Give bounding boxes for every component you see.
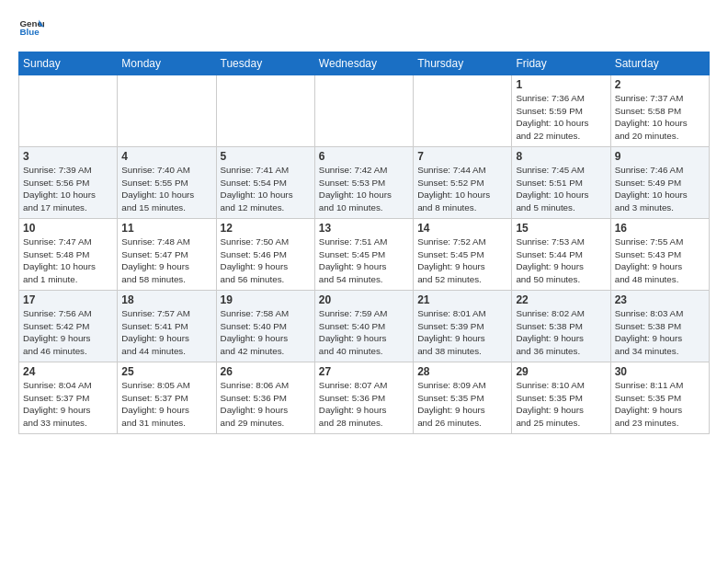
day-info: Sunrise: 7:56 AM Sunset: 5:42 PM Dayligh… <box>23 307 113 358</box>
calendar-cell: 1Sunrise: 7:36 AM Sunset: 5:59 PM Daylig… <box>512 75 610 147</box>
calendar-cell: 27Sunrise: 8:07 AM Sunset: 5:36 PM Dayli… <box>314 362 413 434</box>
calendar-cell: 6Sunrise: 7:42 AM Sunset: 5:53 PM Daylig… <box>314 147 413 219</box>
calendar-cell: 2Sunrise: 7:37 AM Sunset: 5:58 PM Daylig… <box>610 75 709 147</box>
day-info: Sunrise: 7:42 AM Sunset: 5:53 PM Dayligh… <box>319 164 409 214</box>
day-info: Sunrise: 7:39 AM Sunset: 5:56 PM Dayligh… <box>23 164 113 214</box>
day-info: Sunrise: 8:07 AM Sunset: 5:36 PM Dayligh… <box>319 379 409 430</box>
page: General Blue SundayMondayTuesdayWednesda… <box>0 0 728 443</box>
calendar-cell: 22Sunrise: 8:02 AM Sunset: 5:38 PM Dayli… <box>512 291 610 362</box>
day-info: Sunrise: 7:36 AM Sunset: 5:59 PM Dayligh… <box>516 92 606 143</box>
weekday-header: Tuesday <box>216 52 314 75</box>
day-number: 12 <box>221 222 311 235</box>
day-info: Sunrise: 7:50 AM Sunset: 5:46 PM Dayligh… <box>221 236 311 286</box>
day-number: 24 <box>23 365 113 378</box>
day-info: Sunrise: 7:55 AM Sunset: 5:43 PM Dayligh… <box>615 236 705 286</box>
day-number: 17 <box>23 293 113 306</box>
day-info: Sunrise: 8:05 AM Sunset: 5:37 PM Dayligh… <box>121 379 211 430</box>
calendar-cell: 9Sunrise: 7:46 AM Sunset: 5:49 PM Daylig… <box>610 147 709 219</box>
header: General Blue <box>18 15 710 40</box>
calendar-cell: 13Sunrise: 7:51 AM Sunset: 5:45 PM Dayli… <box>314 219 413 291</box>
day-info: Sunrise: 8:01 AM Sunset: 5:39 PM Dayligh… <box>417 307 507 358</box>
day-info: Sunrise: 8:02 AM Sunset: 5:38 PM Dayligh… <box>516 307 606 358</box>
day-info: Sunrise: 7:47 AM Sunset: 5:48 PM Dayligh… <box>23 236 113 286</box>
calendar-cell: 5Sunrise: 7:41 AM Sunset: 5:54 PM Daylig… <box>216 147 314 219</box>
calendar-cell: 11Sunrise: 7:48 AM Sunset: 5:47 PM Dayli… <box>118 219 216 291</box>
logo-icon: General Blue <box>18 15 44 40</box>
day-number: 28 <box>417 365 507 378</box>
day-info: Sunrise: 8:03 AM Sunset: 5:38 PM Dayligh… <box>615 307 705 358</box>
weekday-header: Friday <box>512 52 610 75</box>
calendar-cell <box>414 75 512 147</box>
day-number: 22 <box>516 293 606 306</box>
calendar-cell: 28Sunrise: 8:09 AM Sunset: 5:35 PM Dayli… <box>414 362 512 434</box>
day-number: 7 <box>417 150 507 163</box>
weekday-header: Thursday <box>414 52 512 75</box>
calendar-cell: 7Sunrise: 7:44 AM Sunset: 5:52 PM Daylig… <box>414 147 512 219</box>
day-info: Sunrise: 7:46 AM Sunset: 5:49 PM Dayligh… <box>615 164 705 214</box>
calendar-cell: 24Sunrise: 8:04 AM Sunset: 5:37 PM Dayli… <box>19 362 118 434</box>
calendar-cell: 10Sunrise: 7:47 AM Sunset: 5:48 PM Dayli… <box>19 219 118 291</box>
calendar-cell: 26Sunrise: 8:06 AM Sunset: 5:36 PM Dayli… <box>216 362 314 434</box>
day-number: 5 <box>221 150 311 163</box>
day-info: Sunrise: 7:52 AM Sunset: 5:45 PM Dayligh… <box>417 236 507 286</box>
day-info: Sunrise: 7:44 AM Sunset: 5:52 PM Dayligh… <box>417 164 507 214</box>
day-info: Sunrise: 8:06 AM Sunset: 5:36 PM Dayligh… <box>221 379 311 430</box>
day-info: Sunrise: 7:59 AM Sunset: 5:40 PM Dayligh… <box>319 307 409 358</box>
weekday-header: Sunday <box>19 52 118 75</box>
day-number: 11 <box>121 222 211 235</box>
day-number: 27 <box>319 365 409 378</box>
logo: General Blue <box>18 15 48 40</box>
calendar-cell: 14Sunrise: 7:52 AM Sunset: 5:45 PM Dayli… <box>414 219 512 291</box>
svg-text:Blue: Blue <box>19 27 40 37</box>
day-info: Sunrise: 8:10 AM Sunset: 5:35 PM Dayligh… <box>516 379 606 430</box>
weekday-header: Monday <box>118 52 216 75</box>
day-info: Sunrise: 7:40 AM Sunset: 5:55 PM Dayligh… <box>121 164 211 214</box>
day-info: Sunrise: 7:58 AM Sunset: 5:40 PM Dayligh… <box>221 307 311 358</box>
day-info: Sunrise: 8:09 AM Sunset: 5:35 PM Dayligh… <box>417 379 507 430</box>
day-number: 9 <box>615 150 705 163</box>
calendar-week-row: 1Sunrise: 7:36 AM Sunset: 5:59 PM Daylig… <box>19 75 710 147</box>
calendar-cell <box>314 75 413 147</box>
day-info: Sunrise: 7:57 AM Sunset: 5:41 PM Dayligh… <box>121 307 211 358</box>
calendar-cell: 30Sunrise: 8:11 AM Sunset: 5:35 PM Dayli… <box>610 362 709 434</box>
calendar-cell: 3Sunrise: 7:39 AM Sunset: 5:56 PM Daylig… <box>19 147 118 219</box>
day-number: 30 <box>615 365 705 378</box>
calendar-cell: 16Sunrise: 7:55 AM Sunset: 5:43 PM Dayli… <box>610 219 709 291</box>
calendar-cell: 21Sunrise: 8:01 AM Sunset: 5:39 PM Dayli… <box>414 291 512 362</box>
day-number: 23 <box>615 293 705 306</box>
calendar-cell <box>19 75 118 147</box>
calendar-cell: 12Sunrise: 7:50 AM Sunset: 5:46 PM Dayli… <box>216 219 314 291</box>
day-number: 14 <box>417 222 507 235</box>
calendar-cell: 20Sunrise: 7:59 AM Sunset: 5:40 PM Dayli… <box>314 291 413 362</box>
weekday-header: Saturday <box>610 52 709 75</box>
day-number: 29 <box>516 365 606 378</box>
calendar-cell: 25Sunrise: 8:05 AM Sunset: 5:37 PM Dayli… <box>118 362 216 434</box>
calendar-week-row: 3Sunrise: 7:39 AM Sunset: 5:56 PM Daylig… <box>19 147 710 219</box>
day-number: 13 <box>319 222 409 235</box>
day-number: 4 <box>121 150 211 163</box>
weekday-header: Wednesday <box>314 52 413 75</box>
calendar-table: SundayMondayTuesdayWednesdayThursdayFrid… <box>18 52 710 434</box>
day-info: Sunrise: 7:48 AM Sunset: 5:47 PM Dayligh… <box>121 236 211 286</box>
day-number: 6 <box>319 150 409 163</box>
day-number: 2 <box>615 78 705 91</box>
day-info: Sunrise: 7:51 AM Sunset: 5:45 PM Dayligh… <box>319 236 409 286</box>
calendar-cell: 19Sunrise: 7:58 AM Sunset: 5:40 PM Dayli… <box>216 291 314 362</box>
day-number: 3 <box>23 150 113 163</box>
calendar-cell: 23Sunrise: 8:03 AM Sunset: 5:38 PM Dayli… <box>610 291 709 362</box>
day-number: 18 <box>121 293 211 306</box>
calendar-cell: 15Sunrise: 7:53 AM Sunset: 5:44 PM Dayli… <box>512 219 610 291</box>
calendar-cell <box>216 75 314 147</box>
calendar-cell: 17Sunrise: 7:56 AM Sunset: 5:42 PM Dayli… <box>19 291 118 362</box>
day-number: 16 <box>615 222 705 235</box>
calendar-cell: 18Sunrise: 7:57 AM Sunset: 5:41 PM Dayli… <box>118 291 216 362</box>
calendar-week-row: 17Sunrise: 7:56 AM Sunset: 5:42 PM Dayli… <box>19 291 710 362</box>
day-info: Sunrise: 7:45 AM Sunset: 5:51 PM Dayligh… <box>516 164 606 214</box>
calendar-cell: 4Sunrise: 7:40 AM Sunset: 5:55 PM Daylig… <box>118 147 216 219</box>
day-info: Sunrise: 7:53 AM Sunset: 5:44 PM Dayligh… <box>516 236 606 286</box>
day-number: 25 <box>121 365 211 378</box>
calendar-header-row: SundayMondayTuesdayWednesdayThursdayFrid… <box>19 52 710 75</box>
day-number: 19 <box>221 293 311 306</box>
day-info: Sunrise: 7:37 AM Sunset: 5:58 PM Dayligh… <box>615 92 705 143</box>
day-info: Sunrise: 8:11 AM Sunset: 5:35 PM Dayligh… <box>615 379 705 430</box>
